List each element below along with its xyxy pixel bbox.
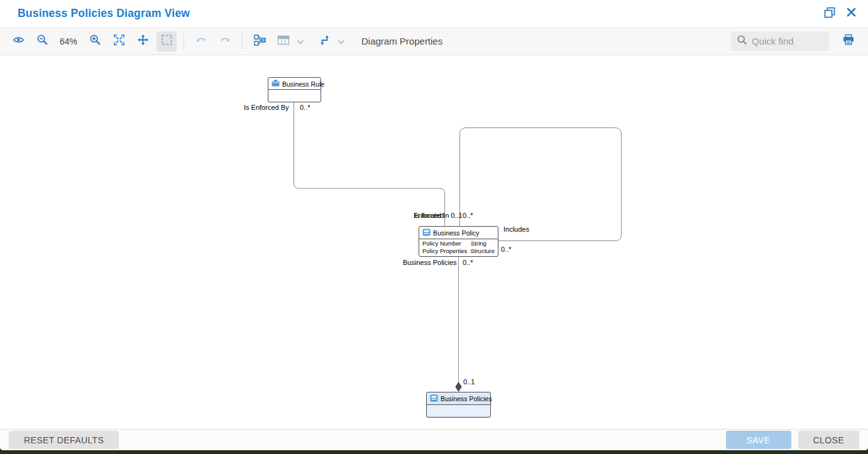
diagram-toolbar: 64%	[0, 28, 868, 55]
role-label-business-policies: Business Policies	[403, 259, 457, 266]
zoom-in-button[interactable]	[85, 31, 105, 51]
quick-find-input[interactable]	[752, 36, 821, 46]
move-icon	[137, 34, 149, 48]
attribute-name: Policy Number	[422, 240, 471, 247]
link-style-dropdown[interactable]	[338, 36, 345, 47]
chevron-down-icon	[297, 36, 304, 47]
dialog-header: Business Policies Diagram View	[0, 0, 868, 28]
composition-diamond	[455, 382, 461, 392]
table-view-button[interactable]	[273, 31, 294, 51]
print-button[interactable]	[838, 31, 859, 51]
table-icon	[277, 34, 290, 49]
marquee-select-button[interactable]	[157, 31, 177, 51]
link-style-button[interactable]	[314, 31, 334, 51]
diagram-canvas[interactable]: Is Enforced By 0..* Enforced In 0..1 Is …	[0, 55, 868, 429]
zoom-level: 64%	[58, 36, 79, 46]
undo-icon	[195, 35, 207, 48]
restore-icon	[824, 7, 835, 21]
close-icon	[847, 8, 856, 19]
role-label-overlapping: Is located	[414, 212, 444, 219]
cardinality-bottom: 0..1	[463, 378, 475, 386]
node-title: Business Rule	[282, 80, 324, 88]
node-title: Business Policy	[433, 229, 480, 237]
briefcase-icon	[272, 80, 280, 88]
zoom-out-icon	[36, 34, 48, 48]
redo-icon	[219, 35, 231, 48]
maximize-button[interactable]	[821, 6, 838, 22]
node-business-rule[interactable]: Business Rule	[268, 77, 321, 102]
policy-icon	[422, 229, 431, 237]
cardinality-top: 0..*	[463, 212, 473, 219]
table-view-dropdown[interactable]	[297, 36, 304, 47]
fit-to-window-button[interactable]	[109, 31, 129, 51]
cardinality-policies: 0..*	[463, 259, 473, 266]
print-icon	[842, 34, 855, 48]
role-label-is-enforced-by: Is Enforced By	[244, 104, 289, 111]
diagram-properties-link[interactable]: Diagram Properties	[361, 36, 442, 46]
quick-find-box[interactable]	[731, 31, 829, 51]
zoom-out-button[interactable]	[32, 31, 52, 51]
node-title: Business Policies	[441, 395, 492, 403]
marquee-select-icon	[161, 34, 173, 48]
search-icon	[737, 35, 747, 48]
dialog-footer: RESET DEFAULTS SAVE CLOSE	[0, 429, 868, 450]
fit-to-window-icon	[113, 34, 125, 48]
connector-icon	[319, 34, 331, 48]
policies-icon	[430, 394, 438, 403]
diagram-view-dialog: Business Policies Diagram View 64%	[0, 0, 868, 450]
node-business-policies[interactable]: Business Policies	[426, 392, 491, 418]
auto-layout-icon	[253, 34, 266, 49]
node-business-policy[interactable]: Business Policy Policy Number String Pol…	[419, 226, 498, 257]
attribute-type: String	[471, 240, 486, 247]
attribute-type: Structure	[470, 247, 495, 254]
preview-button[interactable]	[8, 31, 28, 51]
auto-layout-button[interactable]	[250, 31, 270, 51]
reset-defaults-button[interactable]: RESET DEFAULTS	[9, 431, 119, 449]
attribute-row: Policy Properties Structure	[419, 247, 498, 254]
attribute-name: Policy Properties	[422, 247, 470, 254]
redo-button[interactable]	[215, 31, 235, 51]
role-label-includes: Includes	[503, 225, 529, 233]
chevron-down-icon	[338, 36, 345, 47]
cardinality-rule: 0..*	[300, 104, 310, 111]
pan-button[interactable]	[133, 31, 153, 51]
undo-button[interactable]	[191, 31, 211, 51]
close-button[interactable]	[843, 6, 859, 22]
save-button[interactable]: SAVE	[726, 431, 791, 449]
zoom-in-icon	[89, 34, 101, 48]
close-dialog-button[interactable]: CLOSE	[798, 431, 859, 449]
cardinality-includes: 0..*	[501, 246, 512, 253]
page-title: Business Policies Diagram View	[18, 7, 190, 20]
attribute-row: Policy Number String	[419, 239, 498, 247]
eye-icon	[13, 34, 25, 48]
